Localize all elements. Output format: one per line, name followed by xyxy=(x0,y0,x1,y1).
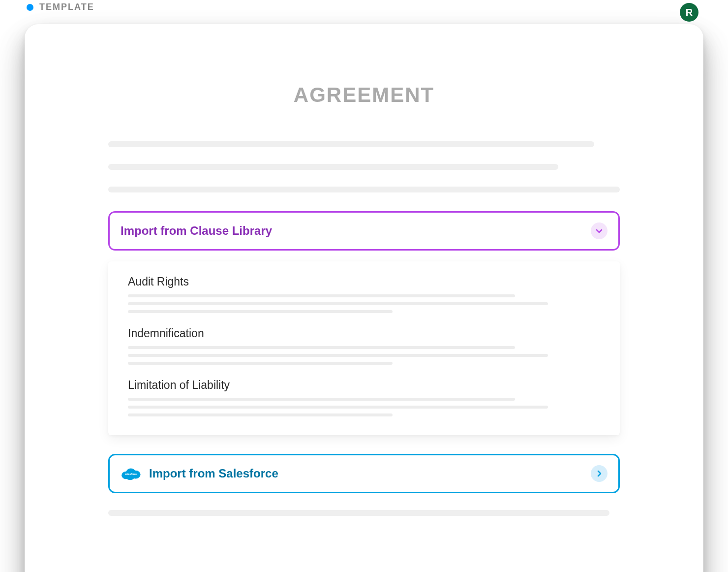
document-body: Import from Clause Library Audit Rights xyxy=(108,141,620,516)
placeholder-line xyxy=(108,510,609,516)
placeholder-line xyxy=(128,413,393,416)
clause-option-title: Indemnification xyxy=(128,327,600,340)
placeholder-line xyxy=(128,362,393,365)
document-card: AGREEMENT Import from Clause Library Aud… xyxy=(25,24,703,572)
placeholder-line xyxy=(108,187,620,192)
placeholder-line xyxy=(108,141,594,147)
clause-option-title: Limitation of Liability xyxy=(128,379,600,392)
template-tag: TEMPLATE xyxy=(39,2,94,12)
placeholder-line xyxy=(128,346,515,349)
avatar[interactable]: R xyxy=(680,3,698,22)
placeholder-line xyxy=(128,354,548,357)
chevron-right-icon xyxy=(591,465,607,482)
status-dot xyxy=(27,4,33,11)
salesforce-icon: salesforce xyxy=(121,466,141,481)
placeholder-line xyxy=(108,164,558,170)
placeholder-line xyxy=(128,398,515,401)
placeholder-line xyxy=(128,406,548,409)
clause-library-dropdown[interactable]: Import from Clause Library xyxy=(108,211,620,251)
placeholder-line xyxy=(128,302,548,305)
salesforce-dropdown-label: Import from Salesforce xyxy=(149,467,278,480)
placeholder-line xyxy=(128,294,515,297)
svg-text:salesforce: salesforce xyxy=(125,474,137,476)
header-row: TEMPLATE R xyxy=(25,0,703,16)
chevron-down-icon xyxy=(591,222,607,239)
clause-option-title: Audit Rights xyxy=(128,275,600,288)
salesforce-dropdown[interactable]: salesforce Import from Salesforce xyxy=(108,454,620,493)
clause-option[interactable]: Audit Rights xyxy=(128,275,600,313)
placeholder-line xyxy=(128,310,393,313)
document-title: AGREEMENT xyxy=(25,83,703,107)
clause-option[interactable]: Indemnification xyxy=(128,327,600,365)
clause-option[interactable]: Limitation of Liability xyxy=(128,379,600,416)
clause-dropdown-label: Import from Clause Library xyxy=(121,224,272,238)
clause-options-panel: Audit Rights Indemnification xyxy=(108,261,620,435)
